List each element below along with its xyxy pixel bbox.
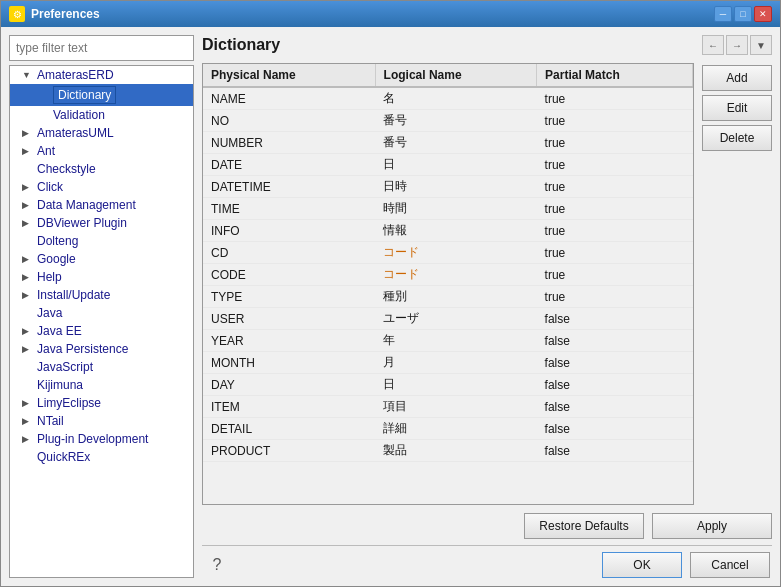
tree-label-java: Java — [37, 306, 62, 320]
divider — [202, 545, 772, 546]
dropdown-button[interactable]: ▼ — [750, 35, 772, 55]
table-row[interactable]: TYPE種別true — [203, 286, 693, 308]
tree-label-dbviewer-plugin: DBViewer Plugin — [37, 216, 127, 230]
cell-partial: false — [537, 330, 693, 352]
cell-physical: ITEM — [203, 396, 375, 418]
tree-item-install-update[interactable]: ▶ Install/Update — [10, 286, 193, 304]
cell-physical: NO — [203, 110, 375, 132]
bottom-bar: Restore Defaults Apply ? OK Cancel — [202, 513, 772, 578]
cell-physical: DATETIME — [203, 176, 375, 198]
tree-item-dbviewer-plugin[interactable]: ▶ DBViewer Plugin — [10, 214, 193, 232]
cell-partial: true — [537, 176, 693, 198]
tree-label-kijimuna: Kijimuna — [37, 378, 83, 392]
tree-item-amateraserd[interactable]: ▼ AmaterasERD — [10, 66, 193, 84]
ok-cancel-group: OK Cancel — [602, 552, 770, 578]
tree-label-install-update: Install/Update — [37, 288, 110, 302]
table-row[interactable]: DAY日false — [203, 374, 693, 396]
table-row[interactable]: NUMBER番号true — [203, 132, 693, 154]
tree-item-quickrex[interactable]: QuickREx — [10, 448, 193, 466]
tree-label-dolteng: Dolteng — [37, 234, 78, 248]
cell-physical: NUMBER — [203, 132, 375, 154]
cell-partial: true — [537, 286, 693, 308]
close-button[interactable]: ✕ — [754, 6, 772, 22]
cell-partial: true — [537, 87, 693, 110]
title-bar-left: ⚙ Preferences — [9, 6, 100, 22]
tree-label-dictionary: Dictionary — [53, 86, 116, 104]
tree-label-limyeclipse: LimyEclipse — [37, 396, 101, 410]
table-row[interactable]: CODEコードtrue — [203, 264, 693, 286]
cell-logical: 日時 — [375, 176, 537, 198]
col-partial: Partial Match — [537, 64, 693, 87]
apply-button[interactable]: Apply — [652, 513, 772, 539]
restore-defaults-button[interactable]: Restore Defaults — [524, 513, 644, 539]
tree-item-java-ee[interactable]: ▶ Java EE — [10, 322, 193, 340]
add-button[interactable]: Add — [702, 65, 772, 91]
tree-item-amaterasuml[interactable]: ▶ AmaterasUML — [10, 124, 193, 142]
cell-physical: INFO — [203, 220, 375, 242]
cell-logical: 詳細 — [375, 418, 537, 440]
tree-label-google: Google — [37, 252, 76, 266]
table-row[interactable]: CDコードtrue — [203, 242, 693, 264]
right-panel: Dictionary ← → ▼ Physical Name Logic — [202, 35, 772, 578]
title-bar-controls: ─ □ ✕ — [714, 6, 772, 22]
table-row[interactable]: DATE日true — [203, 154, 693, 176]
filter-input[interactable] — [9, 35, 194, 61]
maximize-button[interactable]: □ — [734, 6, 752, 22]
tree-arrow-java-ee: ▶ — [22, 326, 34, 336]
table-row[interactable]: PRODUCT製品false — [203, 440, 693, 462]
table-body: NAME名trueNO番号trueNUMBER番号trueDATE日trueDA… — [203, 87, 693, 462]
cell-partial: false — [537, 440, 693, 462]
table-row[interactable]: DATETIME日時true — [203, 176, 693, 198]
cell-logical: ユーザ — [375, 308, 537, 330]
tree-item-limyeclipse[interactable]: ▶ LimyEclipse — [10, 394, 193, 412]
tree-item-java-persistence[interactable]: ▶ Java Persistence — [10, 340, 193, 358]
table-row[interactable]: TIME時間true — [203, 198, 693, 220]
main-area: Physical Name Logical Name Partial Match… — [202, 63, 772, 505]
tree-item-plugin-development[interactable]: ▶ Plug-in Development — [10, 430, 193, 448]
tree-label-data-management: Data Management — [37, 198, 136, 212]
cell-partial: true — [537, 198, 693, 220]
tree-item-checkstyle[interactable]: Checkstyle — [10, 160, 193, 178]
bottom-buttons: ? OK Cancel — [202, 552, 772, 578]
cell-physical: TYPE — [203, 286, 375, 308]
cell-physical: CD — [203, 242, 375, 264]
table-row[interactable]: MONTH月false — [203, 352, 693, 374]
tree-item-data-management[interactable]: ▶ Data Management — [10, 196, 193, 214]
table-row[interactable]: ITEM項目false — [203, 396, 693, 418]
action-buttons: Add Edit Delete — [702, 63, 772, 505]
tree-item-java[interactable]: Java — [10, 304, 193, 322]
tree-item-help[interactable]: ▶ Help — [10, 268, 193, 286]
title-bar: ⚙ Preferences ─ □ ✕ — [1, 1, 780, 27]
cancel-button[interactable]: Cancel — [690, 552, 770, 578]
tree-label-checkstyle: Checkstyle — [37, 162, 96, 176]
tree-item-dictionary[interactable]: Dictionary — [10, 84, 193, 106]
cell-partial: false — [537, 352, 693, 374]
table-row[interactable]: NAME名true — [203, 87, 693, 110]
tree-item-kijimuna[interactable]: Kijimuna — [10, 376, 193, 394]
minimize-button[interactable]: ─ — [714, 6, 732, 22]
forward-button[interactable]: → — [726, 35, 748, 55]
tree-item-click[interactable]: ▶ Click — [10, 178, 193, 196]
table-scroll[interactable]: Physical Name Logical Name Partial Match… — [203, 64, 693, 504]
table-row[interactable]: YEAR年false — [203, 330, 693, 352]
table-row[interactable]: INFO情報true — [203, 220, 693, 242]
edit-button[interactable]: Edit — [702, 95, 772, 121]
tree-item-ntail[interactable]: ▶ NTail — [10, 412, 193, 430]
tree-item-validation[interactable]: Validation — [10, 106, 193, 124]
help-button[interactable]: ? — [204, 552, 230, 578]
tree-item-javascript[interactable]: JavaScript — [10, 358, 193, 376]
table-row[interactable]: USERユーザfalse — [203, 308, 693, 330]
back-button[interactable]: ← — [702, 35, 724, 55]
table-row[interactable]: DETAIL詳細false — [203, 418, 693, 440]
cell-physical: CODE — [203, 264, 375, 286]
cell-logical: 種別 — [375, 286, 537, 308]
tree-item-dolteng[interactable]: Dolteng — [10, 232, 193, 250]
delete-button[interactable]: Delete — [702, 125, 772, 151]
table-row[interactable]: NO番号true — [203, 110, 693, 132]
cell-logical: 日 — [375, 374, 537, 396]
tree-item-google[interactable]: ▶ Google — [10, 250, 193, 268]
cell-partial: true — [537, 220, 693, 242]
tree-item-ant[interactable]: ▶ Ant — [10, 142, 193, 160]
cell-physical: PRODUCT — [203, 440, 375, 462]
ok-button[interactable]: OK — [602, 552, 682, 578]
